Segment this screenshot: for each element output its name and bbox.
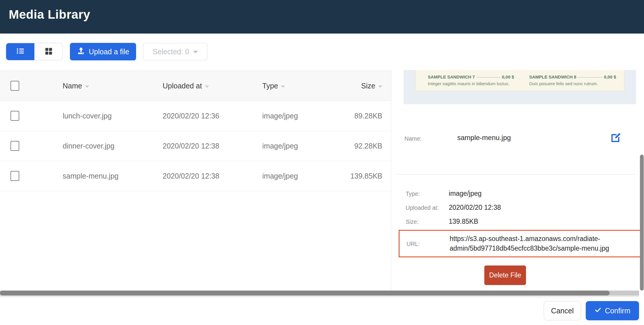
type-cell: image/jpeg <box>262 101 298 131</box>
url-line-1: https://s3.ap-southeast-1.amazonaws.com/… <box>450 234 609 244</box>
upload-icon <box>77 47 85 57</box>
table-row[interactable]: lunch-cover.jpg 2020/02/20 12:36 image/j… <box>0 101 391 131</box>
list-view-icon <box>16 46 25 57</box>
row-checkbox[interactable] <box>10 141 19 151</box>
menu-item-desc: Duis posuere felis sed nunc rutrum. <box>529 81 616 86</box>
vertical-scrollbar-thumb[interactable] <box>640 155 644 291</box>
menu-item-title: SAMPLE SANDWICH 8 <box>529 74 576 79</box>
menu-item-price: 0,00 $ <box>502 74 514 79</box>
size-cell: 89.28KB <box>354 101 382 131</box>
sort-caret-icon <box>281 85 285 88</box>
cancel-button-label: Cancel <box>551 307 574 315</box>
size-label: Size: <box>406 219 449 225</box>
edit-name-button[interactable] <box>610 132 622 144</box>
uploaded-at-label: Uploaded at: <box>406 205 449 211</box>
table-row[interactable]: sample-menu.jpg 2020/02/20 12:38 image/j… <box>0 161 391 191</box>
check-icon <box>594 306 601 315</box>
uploaded-at-cell: 2020/02/20 12:38 <box>163 131 219 161</box>
detail-row-uploaded: Uploaded at: 2020/02/20 12:38 <box>406 204 639 212</box>
menu-dots-leader <box>578 77 602 78</box>
url-highlight-box: URL: https://s3.ap-southeast-1.amazonaws… <box>399 230 641 257</box>
row-checkbox[interactable] <box>10 111 19 121</box>
sort-caret-icon <box>85 85 89 88</box>
uploaded-at-cell: 2020/02/20 12:38 <box>163 161 219 191</box>
column-header-label: Uploaded at <box>163 82 202 90</box>
preview-image-menu-card: SAMPLE SANDWICH 7 0,00 $ Integer sagitti… <box>415 70 624 91</box>
table-header-row: Name Uploaded at Type Size <box>0 71 391 101</box>
upload-button-label: Upload a file <box>89 48 129 56</box>
column-header-label: Name <box>63 82 82 90</box>
type-cell: image/jpeg <box>262 131 298 161</box>
type-cell: image/jpeg <box>262 161 298 191</box>
confirm-button[interactable]: Confirm <box>586 301 639 320</box>
column-header-size[interactable]: Size <box>361 71 382 101</box>
view-toggle-group <box>6 43 63 60</box>
file-name-cell: sample-menu.jpg <box>63 161 119 191</box>
detail-row-type: Type: image/jpeg <box>406 190 639 198</box>
url-line-2: admin/5bd97718db45ecfcc83bbe3c/sample-me… <box>450 244 609 253</box>
cancel-button[interactable]: Cancel <box>544 301 581 320</box>
delete-file-label: Delete File <box>489 271 521 279</box>
detail-row-size: Size: 139.85KB <box>406 218 639 226</box>
file-name-cell: dinner-cover.jpg <box>63 131 115 161</box>
delete-file-button[interactable]: Delete File <box>484 265 526 285</box>
file-name-cell: lunch-cover.jpg <box>63 101 112 131</box>
url-label: URL: <box>407 241 420 247</box>
sort-caret-icon <box>205 85 209 88</box>
chevron-down-icon <box>193 51 198 53</box>
edit-pencil-icon <box>610 139 622 144</box>
uploaded-at-value: 2020/02/20 12:38 <box>449 204 501 212</box>
name-value: sample-menu.jpg <box>457 134 511 142</box>
sort-caret-icon <box>378 85 382 88</box>
menu-item-desc: Integer sagittis mauris in bibendum luct… <box>428 81 514 86</box>
table-row[interactable]: dinner-cover.jpg 2020/02/20 12:38 image/… <box>0 131 391 161</box>
selected-count-label: Selected: 0 <box>153 48 189 56</box>
media-library-modal: Media Library <box>0 0 644 325</box>
column-header-label: Type <box>262 82 278 90</box>
upload-file-button[interactable]: Upload a file <box>70 43 136 60</box>
size-cell: 139.85KB <box>350 161 382 191</box>
name-label: Name: <box>404 135 422 142</box>
menu-item-price: 0,00 $ <box>604 74 616 79</box>
column-header-uploaded-at[interactable]: Uploaded at <box>163 71 209 101</box>
page-title: Media Library <box>9 8 90 22</box>
type-value: image/jpeg <box>449 190 482 198</box>
file-preview: SAMPLE SANDWICH 7 0,00 $ Integer sagitti… <box>404 70 636 104</box>
select-all-checkbox[interactable] <box>10 81 19 91</box>
scrollbar-edge-strip <box>0 296 639 297</box>
selected-count-dropdown[interactable]: Selected: 0 <box>143 43 207 60</box>
url-value: https://s3.ap-southeast-1.amazonaws.com/… <box>450 234 609 253</box>
grid-view-icon <box>44 46 53 57</box>
modal-header: Media Library <box>0 0 644 34</box>
details-divider <box>396 174 636 174</box>
menu-column: SAMPLE SANDWICH 7 0,00 $ Integer sagitti… <box>428 74 514 91</box>
size-value: 139.85KB <box>449 218 478 226</box>
uploaded-at-cell: 2020/02/20 12:36 <box>163 101 219 131</box>
size-cell: 92.28KB <box>354 131 382 161</box>
grid-view-button[interactable] <box>34 43 63 60</box>
panel-divider-vertical <box>391 71 391 291</box>
type-label: Type: <box>406 191 449 197</box>
confirm-button-label: Confirm <box>605 307 631 315</box>
column-header-type[interactable]: Type <box>262 71 285 101</box>
menu-column: SAMPLE SANDWICH 8 0,00 $ Duis posuere fe… <box>529 74 616 91</box>
column-header-label: Size <box>361 82 375 90</box>
row-checkbox[interactable] <box>10 171 19 181</box>
menu-dots-leader <box>477 77 500 78</box>
list-view-button[interactable] <box>6 43 34 60</box>
menu-item-title: SAMPLE SANDWICH 7 <box>428 74 475 79</box>
column-header-name[interactable]: Name <box>63 71 89 101</box>
horizontal-scrollbar-thumb[interactable] <box>0 291 610 296</box>
